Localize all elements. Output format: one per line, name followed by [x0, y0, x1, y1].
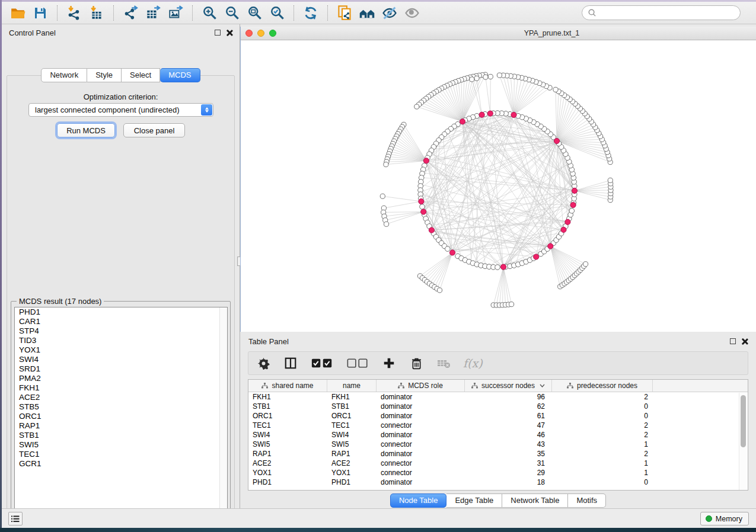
table-row[interactable]: SWI5SWI5connector431	[248, 440, 748, 449]
optimization-criterion-select[interactable]: largest connected component (undirected)	[28, 103, 213, 117]
network-node[interactable]	[569, 209, 575, 214]
table-scrollbar[interactable]	[739, 393, 747, 490]
mcds-hub-node[interactable]	[534, 254, 539, 259]
satellite-node[interactable]	[414, 104, 419, 109]
mcds-hub-node[interactable]	[419, 198, 424, 204]
table-row[interactable]: RAP1RAP1dominator352	[248, 449, 748, 459]
table-row[interactable]: ORC1ORC1dominator610	[248, 411, 748, 421]
mcds-result-item[interactable]: GCR1	[15, 459, 227, 469]
float-panel-icon[interactable]	[215, 30, 221, 36]
tab-network[interactable]: Network	[41, 68, 87, 82]
table-row[interactable]: STB1STB1dominator620	[248, 402, 748, 411]
mcds-hub-node[interactable]	[487, 111, 493, 116]
mcds-result-item[interactable]: ACE2	[15, 393, 227, 402]
mcds-hub-node[interactable]	[561, 227, 566, 232]
network-node[interactable]	[495, 265, 500, 270]
add-column-icon[interactable]	[381, 355, 397, 371]
export-table-icon[interactable]	[143, 4, 163, 22]
column-header-MCDS-role[interactable]: MCDS role	[377, 380, 465, 392]
table-settings-gear-icon[interactable]	[256, 355, 271, 371]
mcds-result-item[interactable]: STB1	[15, 431, 227, 440]
refresh-icon[interactable]	[301, 4, 321, 22]
export-network-icon[interactable]	[120, 4, 141, 22]
table-row[interactable]: SWI4SWI4dominator462	[248, 430, 748, 440]
satellite-node[interactable]	[384, 222, 389, 226]
network-node[interactable]	[420, 204, 425, 210]
table-row[interactable]: YOX1YOX1connector291	[248, 468, 748, 477]
table-tab-node-table[interactable]: Node Table	[390, 493, 447, 508]
satellite-node[interactable]	[583, 262, 588, 267]
mcds-result-item[interactable]: STB5	[15, 402, 227, 412]
import-network-icon[interactable]	[64, 4, 84, 22]
close-panel-icon[interactable]	[226, 30, 232, 36]
mcds-result-item[interactable]: STP4	[15, 326, 227, 336]
satellite-node[interactable]	[497, 73, 502, 78]
column-header-name[interactable]: name	[327, 380, 377, 392]
mcds-hub-node[interactable]	[511, 112, 516, 117]
mcds-result-item[interactable]: TID3	[15, 336, 227, 345]
deselect-all-checkboxes-icon[interactable]	[346, 355, 369, 371]
run-mcds-button[interactable]: Run MCDS	[57, 123, 115, 137]
table-tab-network-table[interactable]: Network Table	[502, 493, 568, 508]
satellite-node[interactable]	[474, 76, 479, 81]
tab-style[interactable]: Style	[87, 68, 122, 82]
mcds-hub-node[interactable]	[548, 243, 553, 249]
table-row[interactable]: FKH1FKH1dominator962	[248, 392, 748, 402]
table-tab-motifs[interactable]: Motifs	[568, 493, 606, 508]
table-scrollbar-thumb[interactable]	[741, 395, 746, 447]
mcds-result-item[interactable]: SRD1	[15, 364, 227, 374]
mcds-hub-node[interactable]	[479, 112, 484, 117]
first-neighbors-icon[interactable]	[357, 4, 377, 22]
hide-selected-icon[interactable]	[379, 4, 400, 22]
result-list-scrollbar[interactable]	[219, 307, 227, 515]
log-console-button[interactable]	[8, 512, 23, 525]
mcds-hub-node[interactable]	[423, 158, 429, 164]
satellite-node[interactable]	[437, 288, 442, 293]
open-folder-icon[interactable]	[8, 4, 28, 22]
mcds-result-item[interactable]: YOX1	[15, 345, 227, 355]
mcds-hub-node[interactable]	[572, 188, 577, 193]
satellite-node[interactable]	[470, 77, 474, 82]
mcds-result-item[interactable]: SWI5	[15, 440, 227, 450]
satellite-node[interactable]	[483, 75, 488, 79]
satellite-node[interactable]	[553, 87, 558, 92]
mcds-result-item[interactable]: PMA2	[15, 374, 227, 383]
satellite-node[interactable]	[488, 74, 493, 79]
mcds-result-item[interactable]: CAR1	[15, 317, 227, 326]
show-all-icon[interactable]	[402, 4, 422, 22]
table-row[interactable]: ACE2ACE2connector311	[248, 459, 748, 468]
search-input[interactable]	[599, 8, 740, 17]
mcds-hub-node[interactable]	[429, 227, 434, 233]
mcds-hub-node[interactable]	[421, 209, 426, 214]
satellite-node[interactable]	[608, 178, 613, 182]
satellite-node[interactable]	[384, 162, 388, 167]
delete-column-icon[interactable]	[409, 355, 424, 371]
export-image-icon[interactable]	[165, 4, 186, 22]
mcds-result-item[interactable]: ORC1	[15, 412, 227, 421]
import-table-icon[interactable]	[87, 4, 107, 22]
table-row[interactable]: TEC1TEC1connector472	[248, 421, 748, 430]
network-from-table-icon[interactable]	[334, 4, 355, 22]
memory-button[interactable]: Memory	[700, 512, 749, 525]
mcds-result-list[interactable]: PHD1CAR1STP4TID3YOX1SWI4SRD1PMA2FKH1ACE2…	[14, 307, 228, 516]
tab-select[interactable]: Select	[122, 68, 160, 82]
mcds-hub-node[interactable]	[449, 250, 455, 255]
zoom-out-icon[interactable]	[222, 4, 242, 22]
window-minimize-icon[interactable]	[257, 30, 264, 37]
mcds-hub-node[interactable]	[570, 202, 576, 207]
satellite-node[interactable]	[509, 302, 514, 307]
mcds-hub-node[interactable]	[500, 264, 506, 270]
select-all-checkboxes-icon[interactable]	[310, 355, 334, 371]
column-header-shared-name[interactable]: shared name	[248, 380, 327, 392]
window-maximize-icon[interactable]	[269, 30, 276, 37]
column-header-predecessor-nodes[interactable]: predecessor nodes	[552, 380, 653, 392]
tab-mcds[interactable]: MCDS	[160, 68, 200, 82]
save-icon[interactable]	[30, 4, 50, 22]
mcds-result-item[interactable]: SWI4	[15, 355, 227, 364]
network-node[interactable]	[445, 246, 451, 252]
mcds-hub-node[interactable]	[554, 138, 559, 143]
mcds-hub-node[interactable]	[460, 119, 465, 124]
zoom-in-icon[interactable]	[199, 4, 219, 22]
close-panel-button[interactable]: Close panel	[123, 123, 185, 137]
mcds-result-item[interactable]: RAP1	[15, 421, 227, 431]
